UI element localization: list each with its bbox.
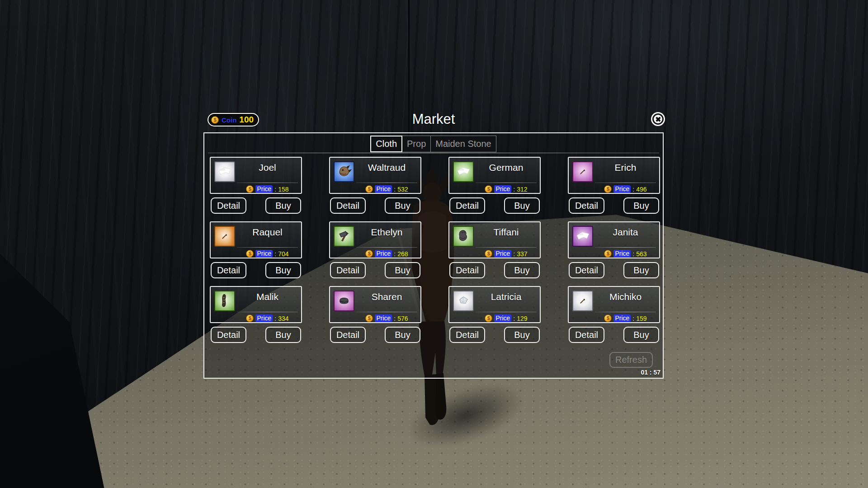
item-card: Joel $ Price : 158 xyxy=(210,157,302,194)
detail-button-waltraud[interactable]: Detail xyxy=(330,197,366,214)
boot-icon xyxy=(214,291,235,311)
market-item-janita: Janita $ Price : 563 Detail Buy xyxy=(568,221,660,278)
price-row: $ Price : 312 xyxy=(476,185,537,193)
price-row: $ Price : 532 xyxy=(356,185,417,193)
price-value: 576 xyxy=(397,315,408,322)
item-name: Janita xyxy=(595,226,656,238)
detail-button-erich[interactable]: Detail xyxy=(569,197,604,214)
detail-button-malik[interactable]: Detail xyxy=(211,327,246,343)
detail-button-latricia[interactable]: Detail xyxy=(449,327,485,343)
coin-icon: $ xyxy=(246,185,254,193)
market-item-raquel: Raquel $ Price : 704 Detail Buy xyxy=(210,221,302,278)
page-title: Market xyxy=(203,111,664,127)
item-actions: Detail Buy xyxy=(210,262,302,278)
needle-icon xyxy=(572,291,593,311)
item-name: Ethelyn xyxy=(356,226,417,238)
item-name: Latricia xyxy=(476,291,537,303)
market-item-latricia: Latricia $ Price : 129 Detail Buy xyxy=(448,286,541,343)
coin-icon: $ xyxy=(246,314,254,322)
item-actions: Detail Buy xyxy=(568,197,660,214)
item-divider xyxy=(595,247,656,248)
buy-button-tiffani[interactable]: Buy xyxy=(504,262,540,278)
buy-button-janita[interactable]: Buy xyxy=(623,262,659,278)
price-label: Price xyxy=(494,250,511,258)
buy-button-raquel[interactable]: Buy xyxy=(265,262,301,278)
buy-button-erich[interactable]: Buy xyxy=(623,197,659,214)
market-item-tiffani: Tiffani $ Price : 337 Detail Buy xyxy=(448,221,541,278)
market-item-german: German $ Price : 312 Detail Buy xyxy=(448,157,541,214)
price-value: 704 xyxy=(278,250,288,258)
axe-icon xyxy=(334,226,354,247)
price-value: 337 xyxy=(517,250,527,258)
item-info: Waltraud $ Price : 532 xyxy=(354,158,420,193)
item-info: Raquel $ Price : 704 xyxy=(235,222,301,258)
price-separator: : xyxy=(274,315,276,322)
gauntlet-icon xyxy=(453,226,474,247)
buy-button-german[interactable]: Buy xyxy=(504,197,540,214)
category-tabs: ClothPropMaiden Stone xyxy=(204,136,663,152)
price-value: 563 xyxy=(636,250,646,258)
item-info: Joel $ Price : 158 xyxy=(235,158,301,193)
price-label: Price xyxy=(255,314,273,322)
close-button[interactable] xyxy=(651,112,665,126)
item-card: Latricia $ Price : 129 xyxy=(448,286,541,323)
buy-button-sharen[interactable]: Buy xyxy=(385,327,420,343)
refresh-button[interactable]: Refresh xyxy=(609,352,653,368)
item-card: German $ Price : 312 xyxy=(448,157,541,194)
coin-icon: $ xyxy=(604,185,612,193)
item-divider xyxy=(237,183,298,183)
buy-button-joel[interactable]: Buy xyxy=(265,197,301,214)
price-row: $ Price : 704 xyxy=(237,250,298,258)
item-info: Erich $ Price : 496 xyxy=(593,158,659,193)
price-value: 129 xyxy=(517,315,527,322)
tab-cloth[interactable]: Cloth xyxy=(370,136,402,152)
item-info: Michiko $ Price : 159 xyxy=(593,287,659,322)
item-card: Erich $ Price : 496 xyxy=(568,157,660,194)
detail-button-joel[interactable]: Detail xyxy=(211,197,246,214)
price-label: Price xyxy=(613,314,631,322)
market-panel: ClothPropMaiden Stone Joel $ Price : 158… xyxy=(203,132,664,379)
tab-maiden-stone[interactable]: Maiden Stone xyxy=(430,136,496,152)
coin-icon: $ xyxy=(365,250,373,258)
tab-prop[interactable]: Prop xyxy=(402,136,431,152)
detail-button-michiko[interactable]: Detail xyxy=(569,327,604,343)
item-info: Latricia $ Price : 129 xyxy=(474,287,540,322)
item-info: Janita $ Price : 563 xyxy=(593,222,659,258)
buy-button-michiko[interactable]: Buy xyxy=(623,327,659,343)
price-value: 158 xyxy=(278,186,288,193)
market-ui: $ Coin 100 Market ClothPropMaiden Stone … xyxy=(0,0,868,488)
item-card: Sharen $ Price : 576 xyxy=(329,286,421,323)
item-card: Raquel $ Price : 704 xyxy=(210,221,302,258)
buy-button-malik[interactable]: Buy xyxy=(265,327,301,343)
item-info: German $ Price : 312 xyxy=(474,158,540,193)
item-divider xyxy=(237,247,298,248)
cap-icon xyxy=(334,291,354,311)
item-card: Waltraud $ Price : 532 xyxy=(329,157,421,194)
detail-button-sharen[interactable]: Detail xyxy=(330,327,366,343)
buy-button-waltraud[interactable]: Buy xyxy=(385,197,420,214)
coin-icon: $ xyxy=(246,250,254,258)
detail-button-ethelyn[interactable]: Detail xyxy=(330,262,366,278)
refresh-timer: 01 : 57 xyxy=(641,369,660,376)
item-divider xyxy=(595,183,656,183)
price-row: $ Price : 563 xyxy=(595,250,656,258)
item-divider xyxy=(237,312,298,312)
item-divider xyxy=(476,183,537,183)
buy-button-latricia[interactable]: Buy xyxy=(504,327,540,343)
item-divider xyxy=(476,312,537,312)
market-item-sharen: Sharen $ Price : 576 Detail Buy xyxy=(329,286,421,343)
item-name: Malik xyxy=(237,291,298,303)
price-value: 496 xyxy=(636,186,646,193)
item-name: Waltraud xyxy=(356,162,417,174)
detail-button-raquel[interactable]: Detail xyxy=(211,262,246,278)
item-name: Sharen xyxy=(356,291,417,303)
detail-button-german[interactable]: Detail xyxy=(449,197,485,214)
detail-button-tiffani[interactable]: Detail xyxy=(449,262,485,278)
price-label: Price xyxy=(255,185,273,193)
detail-button-janita[interactable]: Detail xyxy=(569,262,604,278)
buy-button-ethelyn[interactable]: Buy xyxy=(385,262,420,278)
price-separator: : xyxy=(274,186,276,193)
item-actions: Detail Buy xyxy=(329,327,421,343)
item-divider xyxy=(356,247,417,248)
price-row: $ Price : 159 xyxy=(595,314,656,322)
